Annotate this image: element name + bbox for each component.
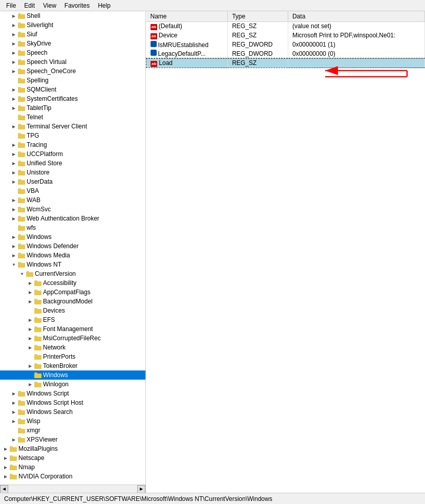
- tree-item[interactable]: xmgr: [0, 426, 145, 435]
- tree-item[interactable]: ▶SystemCertificates: [0, 94, 145, 103]
- hscroll-right-button[interactable]: ▶: [137, 485, 145, 493]
- tree-expand-arrow[interactable]: ▶: [10, 30, 17, 39]
- tree-expand-arrow[interactable]: ▶: [10, 417, 17, 426]
- tree-item[interactable]: ▶EFS: [0, 315, 145, 324]
- tree-item[interactable]: wfs: [0, 223, 145, 232]
- tree-expand-arrow[interactable]: ▼: [18, 269, 26, 278]
- tree-item[interactable]: ▶MsiCorruptedFileRec: [0, 334, 145, 343]
- tree-hscrollbar[interactable]: ◀ ▶: [0, 485, 145, 493]
- menu-help[interactable]: Help: [94, 1, 115, 10]
- hscroll-left-button[interactable]: ◀: [0, 485, 8, 493]
- tree-expand-arrow[interactable]: ▶: [10, 398, 17, 407]
- tree-item[interactable]: ▶Silverlight: [0, 20, 145, 30]
- tree-expand-arrow[interactable]: ▶: [10, 48, 17, 57]
- tree-item[interactable]: ▶Windows Script Host: [0, 398, 145, 407]
- tree-expand-arrow[interactable]: ▶: [10, 251, 17, 260]
- tree-expand-arrow[interactable]: [10, 223, 17, 232]
- tree-expand-arrow[interactable]: ▶: [10, 20, 17, 30]
- tree-item[interactable]: VBA: [0, 186, 145, 195]
- tree-item[interactable]: ▶MozillaPlugins: [0, 444, 145, 453]
- tree-item[interactable]: PrinterPorts: [0, 352, 145, 361]
- tree-expand-arrow[interactable]: ▶: [10, 39, 17, 48]
- table-row[interactable]: ab(Default)REG_SZ(value not set): [146, 21, 425, 31]
- tree-expand-arrow[interactable]: [10, 426, 17, 435]
- tree-item[interactable]: Devices: [0, 306, 145, 315]
- tree-expand-arrow[interactable]: [10, 76, 17, 85]
- tree-expand-arrow[interactable]: [10, 186, 17, 195]
- tree-scroll[interactable]: ▶Shell▶Silverlight▶Siuf▶SkyDrive▶Speech▶…: [0, 11, 145, 485]
- tree-expand-arrow[interactable]: ▶: [10, 168, 17, 177]
- tree-item[interactable]: ▶Shell: [0, 11, 145, 20]
- tree-expand-arrow[interactable]: ▶: [10, 214, 17, 223]
- tree-expand-arrow[interactable]: [27, 370, 34, 380]
- tree-expand-arrow[interactable]: ▶: [10, 11, 17, 20]
- tree-item[interactable]: Spelling: [0, 76, 145, 85]
- tree-item[interactable]: Windows: [0, 370, 145, 380]
- tree-item[interactable]: ▶Nmap: [0, 463, 145, 472]
- table-row[interactable]: abDeviceREG_SZMicrosoft Print to PDF,win…: [146, 31, 425, 40]
- tree-item[interactable]: ▶Netscape: [0, 453, 145, 463]
- tree-expand-arrow[interactable]: ▶: [10, 57, 17, 67]
- tree-expand-arrow[interactable]: ▶: [27, 343, 34, 352]
- tree-expand-arrow[interactable]: ▶: [27, 334, 34, 343]
- tree-expand-arrow[interactable]: ▶: [10, 205, 17, 214]
- tree-item[interactable]: Telnet: [0, 113, 145, 122]
- tree-item[interactable]: ▶Tracing: [0, 140, 145, 149]
- tree-expand-arrow[interactable]: ▶: [27, 288, 34, 297]
- tree-expand-arrow[interactable]: ▶: [10, 85, 17, 94]
- tree-item[interactable]: ▶Speech_OneCore: [0, 67, 145, 76]
- tree-item[interactable]: ▶Accessibility: [0, 278, 145, 288]
- registry-table[interactable]: Name Type Data ab(Default)REG_SZ(value n…: [146, 11, 425, 493]
- tree-expand-arrow[interactable]: ▶: [27, 324, 34, 334]
- tree-item[interactable]: ▶Unified Store: [0, 159, 145, 168]
- tree-item[interactable]: ▼Windows NT: [0, 260, 145, 269]
- tree-item[interactable]: ▶Speech Virtual: [0, 57, 145, 67]
- tree-item[interactable]: ▶Windows Defender: [0, 242, 145, 251]
- tree-expand-arrow[interactable]: ▶: [27, 297, 34, 306]
- tree-item[interactable]: ▶Windows Media: [0, 251, 145, 260]
- tree-expand-arrow[interactable]: [27, 352, 34, 361]
- tree-item[interactable]: ▶Font Management: [0, 324, 145, 334]
- tree-expand-arrow[interactable]: ▶: [10, 195, 17, 205]
- tree-expand-arrow[interactable]: ▶: [10, 140, 17, 149]
- tree-expand-arrow[interactable]: ▶: [10, 232, 17, 242]
- tree-expand-arrow[interactable]: ▼: [10, 260, 17, 269]
- tree-expand-arrow[interactable]: ▶: [27, 315, 34, 324]
- tree-expand-arrow[interactable]: ▶: [10, 94, 17, 103]
- tree-item[interactable]: ▶TabletTip: [0, 103, 145, 113]
- tree-item[interactable]: ▶Unistore: [0, 168, 145, 177]
- tree-expand-arrow[interactable]: ▶: [10, 149, 17, 159]
- tree-item[interactable]: ▶SkyDrive: [0, 39, 145, 48]
- tree-expand-arrow[interactable]: ▶: [10, 407, 17, 417]
- tree-expand-arrow[interactable]: ▶: [10, 177, 17, 186]
- tree-expand-arrow[interactable]: ▶: [27, 278, 34, 288]
- tree-expand-arrow[interactable]: [10, 113, 17, 122]
- tree-expand-arrow[interactable]: ▶: [2, 444, 9, 453]
- tree-item[interactable]: ▼CurrentVersion: [0, 269, 145, 278]
- tree-item[interactable]: ▶XPSViewer: [0, 435, 145, 444]
- tree-item[interactable]: ▶AppCompatFlags: [0, 288, 145, 297]
- tree-expand-arrow[interactable]: ▶: [10, 389, 17, 398]
- tree-expand-arrow[interactable]: ▶: [2, 463, 9, 472]
- tree-item[interactable]: ▶UCCPlatform: [0, 149, 145, 159]
- menu-edit[interactable]: Edit: [20, 1, 39, 10]
- tree-expand-arrow[interactable]: ▶: [27, 361, 34, 370]
- table-row[interactable]: abLoadREG_SZ: [146, 58, 425, 68]
- tree-item[interactable]: ▶SQMClient: [0, 85, 145, 94]
- tree-item[interactable]: ▶Speech: [0, 48, 145, 57]
- menu-favorites[interactable]: Favorites: [60, 1, 94, 10]
- tree-expand-arrow[interactable]: ▶: [10, 435, 17, 444]
- tree-item[interactable]: ▶Terminal Server Client: [0, 122, 145, 131]
- col-name[interactable]: Name: [146, 11, 228, 21]
- tree-expand-arrow[interactable]: ▶: [27, 380, 34, 389]
- tree-item[interactable]: ▶Windows Search: [0, 407, 145, 417]
- tree-item[interactable]: ▶WcmSvc: [0, 205, 145, 214]
- hscroll-track[interactable]: [8, 485, 137, 493]
- tree-item[interactable]: ▶WAB: [0, 195, 145, 205]
- tree-expand-arrow[interactable]: ▶: [10, 122, 17, 131]
- tree-item[interactable]: ▶Wisp: [0, 417, 145, 426]
- tree-item[interactable]: ▶UserData: [0, 177, 145, 186]
- tree-expand-arrow[interactable]: ▶: [10, 159, 17, 168]
- tree-expand-arrow[interactable]: ▶: [10, 67, 17, 76]
- tree-item[interactable]: ▶Network: [0, 343, 145, 352]
